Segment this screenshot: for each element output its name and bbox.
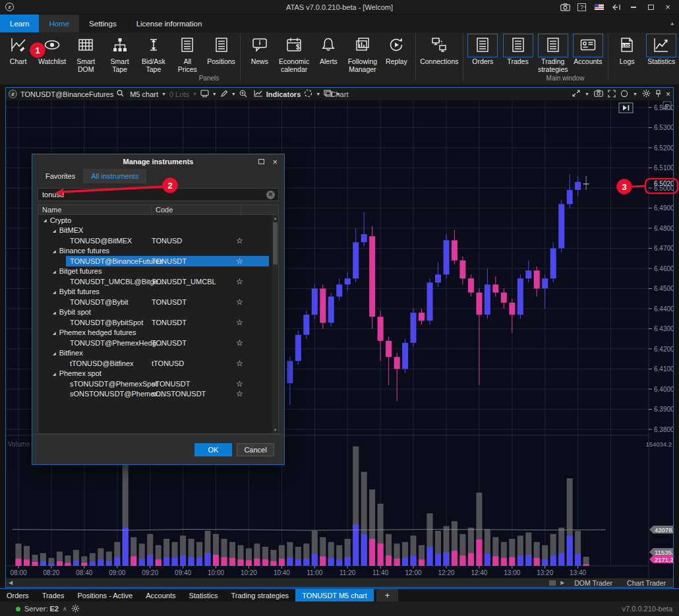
- toolbar-button-accounts[interactable]: Accounts: [570, 32, 605, 73]
- monitor-icon[interactable]: [200, 90, 209, 99]
- column-header-code[interactable]: Code: [152, 205, 241, 214]
- instrument-row[interactable]: tTONUSD@Bitfinex tTONUSD ☆: [38, 358, 278, 369]
- dialog-maximize-button[interactable]: [258, 158, 264, 166]
- tree-group-row[interactable]: ◢ Crypto: [38, 215, 278, 226]
- maximize-button[interactable]: [643, 2, 658, 13]
- expander-icon[interactable]: ◢: [44, 218, 47, 222]
- expander-icon[interactable]: ◢: [53, 269, 56, 274]
- tab-favorites[interactable]: Favorites: [38, 169, 83, 183]
- toolbar-button-following-manager[interactable]: Following Manager: [345, 32, 380, 73]
- lots-selector[interactable]: 0 Lots: [169, 90, 189, 98]
- column-header-name[interactable]: Name: [38, 205, 152, 214]
- instrument-search-input[interactable]: [38, 191, 266, 199]
- tree-group-row[interactable]: ◢ Bitget futures: [38, 266, 278, 277]
- bottom-tab-accounts[interactable]: Accounts: [139, 589, 182, 601]
- clear-search-icon[interactable]: ✕: [266, 191, 275, 199]
- instrument-row[interactable]: sTONUSDT@PhemexSpot sTONUSDT ☆: [38, 379, 278, 389]
- add-tab-button[interactable]: +: [376, 589, 399, 601]
- favorite-star-icon[interactable]: ☆: [236, 318, 243, 327]
- tree-group-row[interactable]: ◢ Phemex spot: [38, 369, 278, 379]
- ribbon-collapse-icon[interactable]: ▴: [670, 20, 674, 26]
- chevron-up-icon[interactable]: ∧: [63, 605, 67, 612]
- favorite-star-icon[interactable]: ☆: [236, 297, 243, 307]
- toolbar-button-replay[interactable]: Replay: [380, 32, 413, 73]
- cancel-button[interactable]: Cancel: [237, 443, 274, 456]
- expander-icon[interactable]: ◢: [53, 330, 56, 335]
- tab-license-information[interactable]: License information: [127, 15, 212, 32]
- tree-group-row[interactable]: ◢ Bybit futures: [38, 287, 278, 297]
- instrument-row[interactable]: TONUSDT@BybitSpot TONUSDT ☆: [38, 317, 278, 328]
- layout-icon[interactable]: [324, 90, 332, 98]
- toolbar-button-economic-calendar[interactable]: $ Economic calendar: [276, 32, 311, 73]
- scrollbar-thumb[interactable]: [549, 580, 556, 586]
- instrument-row[interactable]: TONUSDT_UMCBL@Bitge... TONUSDT_UMCBL ☆: [38, 276, 278, 287]
- search-icon[interactable]: [117, 90, 124, 98]
- favorite-star-icon[interactable]: ☆: [236, 257, 243, 266]
- screenshot-camera-icon[interactable]: [558, 2, 572, 13]
- tree-group-row[interactable]: ◢ BitMEX: [38, 226, 278, 236]
- toolbar-button-trading-strategies[interactable]: Trading strategies: [535, 32, 570, 73]
- pencil-icon[interactable]: [220, 90, 228, 99]
- bottom-tab-trading-strategies[interactable]: Trading strategies: [224, 589, 295, 601]
- scroll-right-icon[interactable]: ▶: [558, 580, 567, 586]
- instrument-row[interactable]: TONUSDT@Bybit TONUSDT ☆: [38, 297, 278, 307]
- bottom-tab-positions---active[interactable]: Positions - Active: [71, 589, 139, 601]
- tree-group-row[interactable]: ◢ Bybit spot: [38, 307, 278, 318]
- tab-settings[interactable]: Settings: [79, 15, 127, 32]
- toolbar-button-connections[interactable]: Connections: [418, 32, 461, 73]
- favorite-star-icon[interactable]: ☆: [236, 338, 243, 348]
- close-icon[interactable]: ×: [666, 90, 670, 99]
- instrument-row[interactable]: TONUSD@BitMEX TONUSD ☆: [38, 235, 278, 246]
- indicators-icon[interactable]: [254, 90, 263, 98]
- chart-trader-button[interactable]: Chart Trader: [620, 579, 673, 587]
- expander-icon[interactable]: ◢: [53, 371, 56, 376]
- minimize-button[interactable]: [626, 2, 641, 13]
- instrument-list-scrollbar[interactable]: ▲ ▼: [272, 215, 278, 433]
- tab-learn[interactable]: Learn: [0, 15, 39, 32]
- instrument-selector[interactable]: TONUSDT@BinanceFutures: [20, 90, 113, 98]
- language-flag-icon[interactable]: ▾: [592, 2, 606, 13]
- timeframe-selector[interactable]: M5 chart: [130, 90, 158, 98]
- crosshair-icon[interactable]: [304, 89, 312, 99]
- expander-icon[interactable]: ◢: [53, 249, 56, 253]
- indicators-label[interactable]: Indicators: [266, 90, 301, 98]
- zoom-in-icon[interactable]: [239, 90, 247, 99]
- circle-icon[interactable]: [620, 90, 628, 99]
- close-button[interactable]: ×: [661, 2, 675, 13]
- toolbar-button-orders[interactable]: Orders: [465, 32, 500, 73]
- ok-button[interactable]: OK: [194, 443, 232, 456]
- toolbar-button-positions[interactable]: Positions: [204, 32, 238, 73]
- instrument-row[interactable]: TONUSDT@BinanceFutures TONUSDT ☆: [38, 256, 278, 266]
- scroll-up-icon[interactable]: ▲: [274, 215, 278, 222]
- scrollbar-track[interactable]: [15, 578, 549, 587]
- toolbar-button-alerts[interactable]: Alerts: [312, 32, 345, 73]
- bottom-tab-tonusdt-m5-chart[interactable]: TONUSDT M5 chart: [295, 589, 374, 601]
- expander-icon[interactable]: ◢: [53, 290, 56, 294]
- expander-icon[interactable]: ◢: [53, 228, 56, 233]
- tree-group-row[interactable]: ◢ Binance futures: [38, 246, 278, 257]
- bottom-tab-statistics[interactable]: Statistics: [182, 589, 224, 601]
- expander-icon[interactable]: ◢: [53, 310, 56, 315]
- dom-trader-button[interactable]: DOM Trader: [567, 579, 620, 587]
- bottom-tab-orders[interactable]: Orders: [0, 589, 36, 601]
- favorite-star-icon[interactable]: ☆: [236, 389, 243, 398]
- gear-icon[interactable]: [71, 604, 80, 614]
- fullscreen-icon[interactable]: [608, 90, 616, 99]
- scroll-down-icon[interactable]: ▼: [274, 427, 278, 433]
- server-value[interactable]: E2: [50, 605, 59, 613]
- pin-icon[interactable]: [655, 90, 661, 99]
- expander-icon[interactable]: ◢: [53, 351, 56, 355]
- scroll-left-icon[interactable]: ◀: [6, 580, 15, 586]
- tree-group-row[interactable]: ◢ Bitfinex: [38, 348, 278, 359]
- favorite-star-icon[interactable]: ☆: [236, 379, 243, 388]
- toolbar-button-statistics[interactable]: Statistics: [644, 32, 679, 73]
- toolbar-button-all-prices[interactable]: All Prices: [171, 32, 204, 73]
- camera-icon[interactable]: [594, 90, 603, 98]
- favorite-star-icon[interactable]: ☆: [236, 359, 243, 368]
- toolbar-button-smart-tape[interactable]: Smart Tape: [103, 32, 136, 73]
- toolbar-button-logs[interactable]: LOG Logs: [610, 32, 643, 73]
- instrument-row[interactable]: TONUSDT@PhemexHedg... TONUSDT ☆: [38, 338, 278, 348]
- toolbar-button-chart[interactable]: Chart: [1, 32, 35, 73]
- instrument-row[interactable]: sONSTONUSDT@Phemex... sONSTONUSDT ☆: [38, 389, 278, 400]
- tree-group-row[interactable]: ◢ Phemex hedged futures: [38, 328, 278, 338]
